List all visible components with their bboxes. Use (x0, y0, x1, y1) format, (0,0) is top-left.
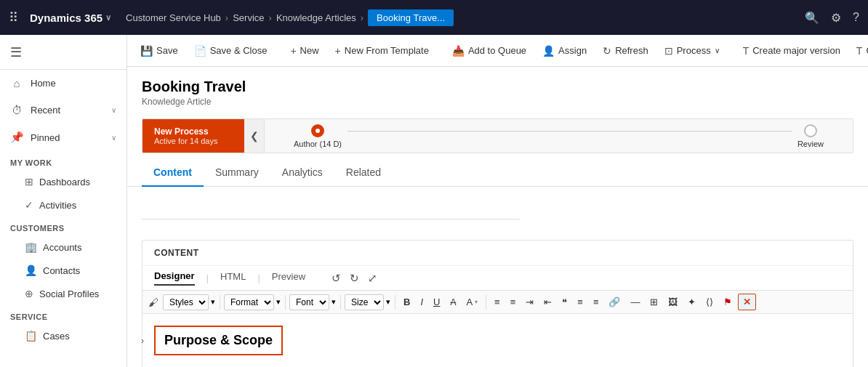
editor-tab-preview[interactable]: Preview (272, 271, 305, 285)
align-right-button[interactable]: ≡ (573, 294, 587, 310)
special-char-button[interactable]: ✦ (683, 294, 700, 310)
tab-analytics[interactable]: Analytics (270, 159, 334, 187)
tab-related[interactable]: Related (334, 159, 393, 187)
save-close-icon: 📄 (194, 45, 206, 57)
save-button[interactable]: 💾 Save (133, 41, 185, 60)
add-to-queue-button[interactable]: 📥 Add to Queue (445, 41, 534, 60)
settings-icon[interactable]: ⚙ (831, 11, 841, 25)
section-mywork: My Work (0, 151, 126, 170)
unlink-button[interactable]: — (626, 294, 644, 310)
minor-version-icon: T (856, 45, 863, 57)
template-icon: + (335, 45, 341, 57)
refresh-button[interactable]: ↻ Refresh (595, 41, 656, 60)
flag-button[interactable]: ⚑ (719, 294, 736, 310)
editor-tab-designer[interactable]: Designer (154, 270, 195, 286)
sidebar-item-contacts[interactable]: 👤 Contacts (0, 259, 126, 282)
font-select[interactable]: Font (289, 294, 329, 310)
expand-arrow-icon[interactable]: › (141, 336, 144, 346)
italic-button[interactable]: I (416, 294, 427, 310)
nav-icons: 🔍 ⚙ ? (805, 11, 859, 25)
table-button[interactable]: ⊞ (646, 294, 662, 310)
sidebar-item-accounts[interactable]: 🏢 Accounts (0, 235, 126, 259)
sidebar-item-pinned-label: Pinned (31, 132, 60, 143)
editor-tab-sep-2: | (257, 273, 260, 283)
editor-body[interactable]: › Purpose & Scope (142, 314, 853, 367)
help-icon[interactable]: ? (853, 11, 859, 24)
align-center-button[interactable]: ≡ (506, 294, 521, 310)
title-input[interactable] (142, 198, 520, 219)
breadcrumb-item-ka[interactable]: Knowledge Articles (276, 12, 356, 23)
process-step-review[interactable]: Review (797, 124, 824, 148)
sidebar-item-pinned[interactable]: 📌 Pinned ∨ (0, 124, 126, 151)
et-sep-3 (340, 295, 341, 310)
underline-button[interactable]: U (429, 294, 444, 310)
create-major-button[interactable]: T Create major version (736, 41, 848, 60)
process-steps: Author (14 D) Review (265, 124, 853, 148)
process-chevron-button[interactable]: ❮ (244, 118, 265, 153)
bold-button[interactable]: B (399, 294, 414, 310)
expand-icon[interactable]: ⤢ (368, 272, 377, 285)
link-icon: 🔗 (608, 297, 620, 307)
highlight-button[interactable]: A (446, 295, 460, 310)
image-button[interactable]: 🖼 (664, 294, 682, 310)
align-justify-button[interactable]: ≡ (589, 294, 603, 310)
content-block-wrapper: › Purpose & Scope (154, 323, 283, 358)
sidebar-item-recent-label: Recent (31, 105, 60, 116)
new-from-template-button[interactable]: + New From Template (328, 41, 436, 60)
styles-select[interactable]: Styles (163, 294, 209, 310)
save-close-button[interactable]: 📄 Save & Close (187, 41, 275, 60)
sidebar-item-social[interactable]: ⊕ Social Profiles (0, 282, 126, 305)
code-icon: ⟨⟩ (706, 297, 713, 307)
breadcrumb-item-service[interactable]: Service (233, 12, 264, 23)
content-block[interactable]: Purpose & Scope (154, 326, 283, 355)
tab-summary[interactable]: Summary (204, 159, 270, 187)
close-format-button[interactable]: ✕ (738, 294, 756, 310)
queue-icon: 📥 (452, 45, 465, 57)
create-minor-button[interactable]: T Create minor (849, 41, 868, 60)
assign-button[interactable]: 👤 Assign (535, 41, 594, 60)
indent-button[interactable]: ⇥ (521, 294, 538, 310)
top-nav: ⠿ Dynamics 365 ∨ Customer Service Hub › … (0, 0, 868, 35)
dashboards-icon: ⊞ (25, 176, 33, 187)
align-left-button[interactable]: ≡ (490, 294, 505, 310)
code-button[interactable]: ⟨⟩ (702, 294, 718, 310)
record-title: Booking Travel (142, 78, 853, 95)
process-button[interactable]: ⊡ Process ∨ (657, 41, 727, 60)
breadcrumb-item-active[interactable]: Booking Trave... (368, 9, 454, 26)
sidebar-item-dashboards[interactable]: ⊞ Dashboards (0, 170, 126, 193)
new-icon: + (290, 45, 296, 57)
hamburger-icon[interactable]: ☰ (10, 44, 22, 60)
outdent-button[interactable]: ⇤ (539, 294, 556, 310)
recent-caret-icon: ∨ (111, 106, 116, 114)
sidebar-item-home[interactable]: ⌂ Home (0, 70, 126, 97)
blockquote-button[interactable]: ❝ (558, 294, 571, 310)
step-circle-review (804, 124, 817, 137)
record-subtitle: Knowledge Article (142, 97, 853, 107)
undo-icon[interactable]: ↺ (331, 272, 341, 285)
tabs-bar: Content Summary Analytics Related (127, 159, 868, 187)
content-block-text: Purpose & Scope (164, 333, 273, 347)
breadcrumb-item-csh[interactable]: Customer Service Hub (126, 12, 221, 23)
font-color-icon: A (466, 297, 473, 307)
assign-icon: 👤 (542, 45, 555, 57)
sidebar-item-activities[interactable]: ✓ Activities (0, 193, 126, 217)
format-select[interactable]: Format (224, 294, 274, 310)
editor-toolbar: 🖌 Styles ▾ Format ▾ Font ▾ Size (142, 291, 853, 314)
sidebar-item-accounts-label: Accounts (43, 242, 81, 253)
sidebar-item-cases-label: Cases (43, 331, 70, 342)
link-button[interactable]: 🔗 (604, 294, 624, 310)
grid-icon[interactable]: ⠿ (9, 9, 18, 25)
process-stage-active[interactable]: New Process Active for 14 days (142, 119, 244, 153)
redo-icon[interactable]: ↻ (350, 272, 359, 285)
brand[interactable]: Dynamics 365 ∨ (30, 12, 111, 24)
tab-content[interactable]: Content (142, 159, 204, 187)
sidebar-item-recent[interactable]: ⏱ Recent ∨ (0, 97, 126, 124)
search-icon[interactable]: 🔍 (805, 11, 819, 25)
new-button[interactable]: + New (283, 41, 326, 60)
editor-tab-html[interactable]: HTML (220, 271, 246, 285)
process-icon: ⊡ (664, 45, 673, 57)
process-step-author[interactable]: Author (14 D) (294, 124, 342, 148)
size-select[interactable]: Size (345, 294, 384, 310)
sidebar-item-cases[interactable]: 📋 Cases (0, 324, 126, 347)
fontcolor-button[interactable]: A ▾ (462, 294, 482, 310)
